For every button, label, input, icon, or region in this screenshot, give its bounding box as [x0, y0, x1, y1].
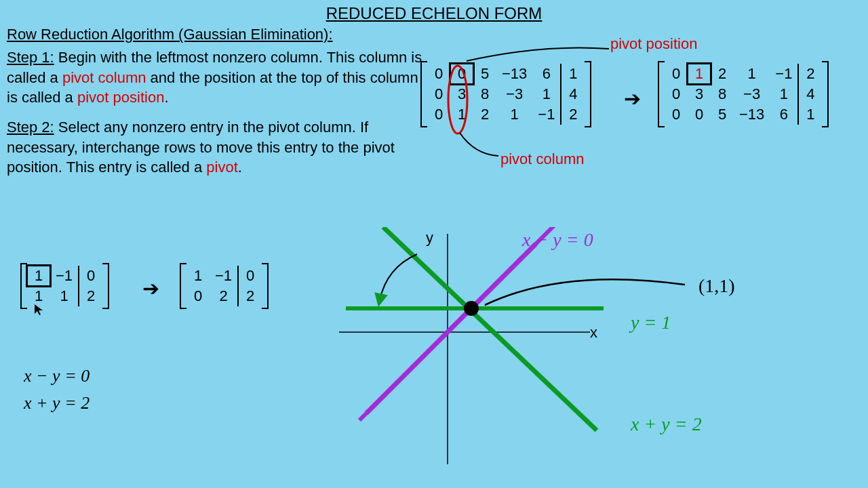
- x-axis-label: x: [590, 324, 597, 342]
- matrix-d: 1−10 022: [180, 263, 269, 312]
- step1-label: Step 1:: [7, 49, 54, 66]
- pivot-position-pointer: [461, 41, 637, 75]
- svg-line-8: [366, 244, 536, 413]
- svg-point-0: [448, 66, 467, 134]
- line-purple-label: x − y = 0: [522, 229, 593, 251]
- y-axis-label: y: [426, 229, 433, 247]
- pivot-column-pointer: [448, 129, 529, 163]
- line-green2-label: x + y = 2: [631, 413, 702, 435]
- arrow-icon: ➔: [624, 87, 641, 110]
- step-2-text: Step 2: Select any nonzero entry in the …: [7, 117, 427, 178]
- step2-label: Step 2:: [7, 119, 54, 136]
- line-green1-label: y = 1: [631, 312, 671, 333]
- section-subtitle: Row Reduction Algorithm (Gaussian Elimin…: [7, 26, 868, 43]
- equation-2: x + y = 2: [24, 393, 90, 413]
- matrix-b: 0121−12 038−314 005−1361: [658, 61, 829, 130]
- arrow-icon: ➔: [142, 277, 159, 300]
- page-title: REDUCED ECHELON FORM: [0, 0, 868, 23]
- equation-1: x − y = 0: [24, 366, 90, 386]
- svg-point-12: [464, 301, 479, 316]
- step-1-text: Step 1: Begin with the leftmost nonzero …: [7, 47, 427, 108]
- graph-lines: [319, 227, 793, 488]
- point-label: (1,1): [698, 275, 735, 297]
- svg-line-11: [383, 227, 597, 430]
